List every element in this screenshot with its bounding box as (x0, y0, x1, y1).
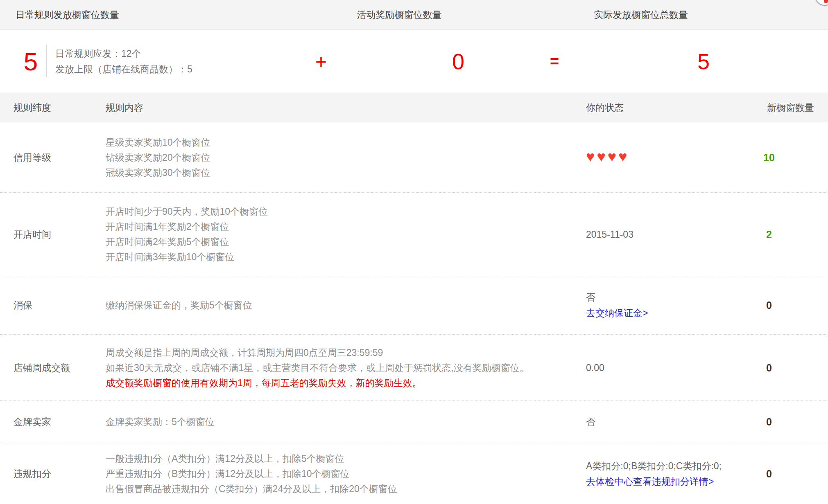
table-row-opening-time: 开店时间 开店时间少于90天内，奖励10个橱窗位 开店时间满1年奖励2个橱窗位 … (0, 193, 828, 276)
header-rule-dimension: 规则纬度 (14, 101, 51, 114)
row-content: 一般违规扣分（A类扣分）满12分及以上，扣除5个橱窗位 严重违规扣分（B类扣分）… (106, 451, 397, 496)
heart-icon (824, 0, 828, 3)
daily-due-line: 日常规则应发：12个 (55, 46, 192, 61)
opening-date: 2015-11-03 (586, 229, 633, 240)
row-content: 金牌卖家奖励：5个橱窗位 (106, 414, 215, 430)
daily-slot-count: 5 (24, 47, 38, 76)
table-row-weekly-turnover: 店铺周成交额 周成交额是指上周的周成交额，计算周期为周四0点至周三23:59:5… (0, 335, 828, 401)
row-dimension-label: 信用等级 (14, 151, 51, 164)
pay-deposit-link[interactable]: 去交纳保证金> (586, 308, 648, 318)
row-status: A类扣分:0;B类扣分:0;C类扣分:0; 去体检中心查看违规扣分详情> (586, 458, 722, 489)
showcase-rules-page: 日常规则发放橱窗位数量 活动奖励橱窗位数量 实际发放橱窗位总数量 5 日常规则应… (0, 0, 828, 504)
row-content: 星级卖家奖励10个橱窗位 钻级卖家奖励20个橱窗位 冠级卖家奖励30个橱窗位 (106, 135, 210, 180)
plus-sign: + (315, 50, 327, 72)
row-count: 0 (749, 362, 789, 374)
row-count: 0 (749, 416, 789, 428)
daily-rule-details: 日常规则应发：12个 发放上限（店铺在线商品数）：5 (55, 46, 192, 77)
row-status: ♥♥♥♥ (586, 149, 629, 166)
violation-scores: A类扣分:0;B类扣分:0;C类扣分:0; (586, 458, 722, 474)
equals-sign: = (550, 52, 559, 70)
activity-reward-title: 活动奖励橱窗位数量 (357, 9, 442, 21)
row-content: 开店时间少于90天内，奖励10个橱窗位 开店时间满1年奖励2个橱窗位 开店时间满… (106, 204, 268, 265)
turnover-value: 0.00 (586, 362, 604, 373)
header-new-showcase-count: 新橱窗数量 (767, 101, 814, 114)
row-status: 否 去交纳保证金> (586, 290, 648, 321)
validity-warning-text: 成交额奖励橱窗的使用有效期为1周，每周五老的奖励失效，新的奖励生效。 (106, 375, 529, 390)
daily-cap-line: 发放上限（店铺在线商品数）：5 (55, 61, 192, 77)
header-rule-content: 规则内容 (106, 101, 143, 114)
table-row-consumer-protection: 消保 缴纳消保保证金的，奖励5个橱窗位 否 去交纳保证金> 0 (0, 276, 828, 335)
row-status: 否 (586, 414, 595, 430)
row-content: 缴纳消保保证金的，奖励5个橱窗位 (106, 298, 252, 313)
row-dimension-label: 金牌卖家 (14, 416, 51, 428)
daily-rule-title: 日常规则发放橱窗位数量 (16, 9, 119, 21)
credit-hearts-icon: ♥♥♥♥ (586, 148, 629, 164)
row-dimension-label: 违规扣分 (14, 467, 51, 480)
row-count: 10 (749, 151, 789, 163)
table-row-violation-points: 违规扣分 一般违规扣分（A类扣分）满12分及以上，扣除5个橱窗位 严重违规扣分（… (0, 443, 828, 504)
row-status: 0.00 (586, 360, 604, 376)
activity-slot-count: 0 (452, 49, 464, 74)
status-value: 否 (586, 416, 595, 427)
row-dimension-label: 消保 (14, 299, 32, 312)
row-dimension-label: 店铺周成交额 (14, 361, 70, 374)
summary-title-band: 日常规则发放橱窗位数量 活动奖励橱窗位数量 实际发放橱窗位总数量 (0, 0, 828, 30)
row-count: 0 (749, 468, 789, 479)
table-row-credit-level: 信用等级 星级卖家奖励10个橱窗位 钻级卖家奖励20个橱窗位 冠级卖家奖励30个… (0, 122, 828, 193)
header-your-status: 你的状态 (586, 101, 624, 114)
row-dimension-label: 开店时间 (14, 228, 51, 241)
health-center-link[interactable]: 去体检中心查看违规扣分详情> (586, 476, 714, 487)
floating-help-button[interactable] (815, 0, 828, 6)
vertical-divider (46, 45, 47, 77)
status-value: 否 (586, 290, 648, 305)
row-status: 2015-11-03 (586, 227, 633, 242)
total-slot-count: 5 (697, 49, 710, 74)
row-content: 周成交额是指上周的周成交额，计算周期为周四0点至周三23:59:59 如果近30… (106, 345, 529, 390)
table-row-gold-seller: 金牌卖家 金牌卖家奖励：5个橱窗位 否 0 (0, 401, 828, 443)
row-count: 0 (749, 299, 789, 311)
row-count: 2 (749, 228, 789, 240)
actual-total-title: 实际发放橱窗位总数量 (594, 9, 688, 21)
rules-table-header: 规则纬度 规则内容 你的状态 新橱窗数量 (0, 92, 828, 122)
summary-formula-band: 5 日常规则应发：12个 发放上限（店铺在线商品数）：5 + 0 = 5 (0, 30, 828, 92)
